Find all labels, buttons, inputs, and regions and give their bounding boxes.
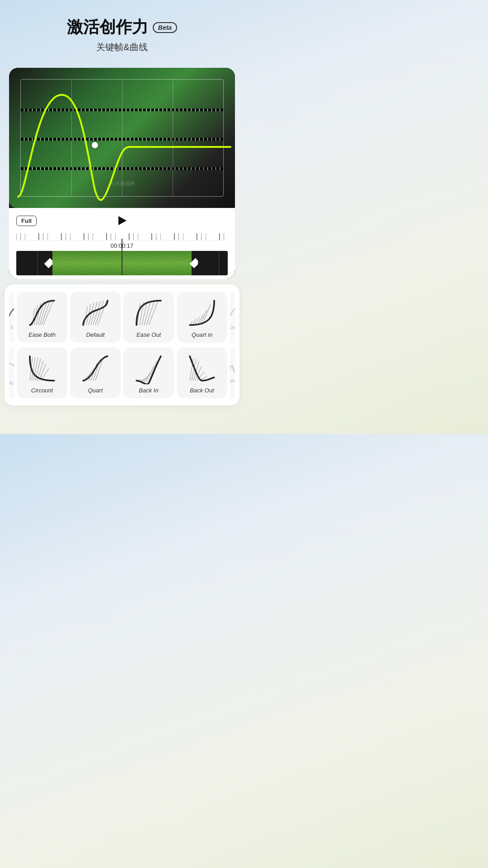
easing-main-row-2: Circount Quart — [17, 347, 227, 398]
easing-card-quart[interactable]: Quart — [70, 347, 121, 398]
bounce-icon: ∿ — [230, 358, 235, 377]
easing-side-left-bottom[interactable]: Circin — [9, 347, 14, 398]
time-display: 00:00:17 — [16, 241, 228, 251]
header: 激活创作力 Beta 关键帧&曲线 — [0, 0, 244, 61]
svg-line-32 — [41, 368, 49, 381]
quart-icon — [80, 353, 111, 384]
circ-icon — [230, 304, 235, 324]
back-in-label: Back In — [139, 387, 158, 394]
animation-curve — [9, 68, 235, 208]
easing-side-right-bottom[interactable]: ∿ Bounce-J — [230, 347, 235, 398]
ease-out-icon — [133, 297, 164, 329]
ease-out-label: Ease Out — [136, 331, 161, 338]
quart-in-label: Quart in — [192, 331, 212, 338]
easing-side-left-top[interactable]: S — [9, 292, 14, 343]
watermark: 万克资源网 — [110, 180, 135, 187]
easing-card-circount[interactable]: Circount — [17, 347, 67, 398]
filmstrip[interactable] — [16, 251, 228, 275]
easing-row-2-wrapper: Circin Circount — [9, 347, 235, 398]
easing-main-row-1: Ease Both Default — [17, 292, 227, 343]
default-icon — [80, 297, 111, 329]
playback-controls: Full 00:00:17 — [9, 208, 235, 279]
ease-both-label: Ease Both — [28, 331, 56, 338]
quart-label: Quart — [88, 387, 103, 394]
easing-card-ease-both[interactable]: Ease Both — [17, 292, 67, 343]
circount-icon — [26, 353, 58, 384]
easing-card-ease-out[interactable]: Ease Out — [123, 292, 174, 343]
quart-in-icon — [186, 297, 218, 329]
video-preview: 万克资源网 — [9, 68, 235, 208]
svg-line-0 — [33, 308, 34, 325]
easing-card-back-out[interactable]: Back Out — [177, 347, 227, 398]
curve-control-point[interactable] — [92, 142, 98, 148]
easing-panel: S Ease Both — [5, 284, 239, 406]
svg-line-38 — [95, 357, 103, 381]
circin-icon — [9, 360, 14, 380]
easing-side-right-top[interactable]: Circ — [230, 292, 235, 343]
page-title: 激活创作力 Beta — [67, 16, 177, 38]
default-label: Default — [86, 331, 104, 338]
ease-both-icon — [26, 297, 58, 329]
video-container: 万克资源网 Full 00:00:17 — [9, 68, 235, 279]
back-out-icon — [186, 353, 218, 384]
play-button[interactable] — [115, 213, 130, 228]
beta-badge: Beta — [153, 22, 177, 33]
play-icon — [118, 216, 127, 225]
back-in-icon — [133, 353, 164, 384]
svg-line-8 — [86, 304, 91, 325]
svg-line-44 — [149, 361, 157, 382]
svg-text:∿: ∿ — [230, 362, 235, 376]
page-subtitle: 关键帧&曲线 — [9, 41, 235, 53]
easing-row-1-wrapper: S Ease Both — [9, 292, 235, 343]
easing-card-quart-in[interactable]: Quart in — [177, 292, 227, 343]
full-mode-badge[interactable]: Full — [16, 216, 37, 226]
back-out-label: Back Out — [190, 387, 214, 394]
easing-card-back-in[interactable]: Back In — [123, 347, 174, 398]
circount-label: Circount — [31, 387, 53, 394]
easing-card-default[interactable]: Default — [70, 292, 121, 343]
s-curve-icon — [9, 304, 14, 324]
